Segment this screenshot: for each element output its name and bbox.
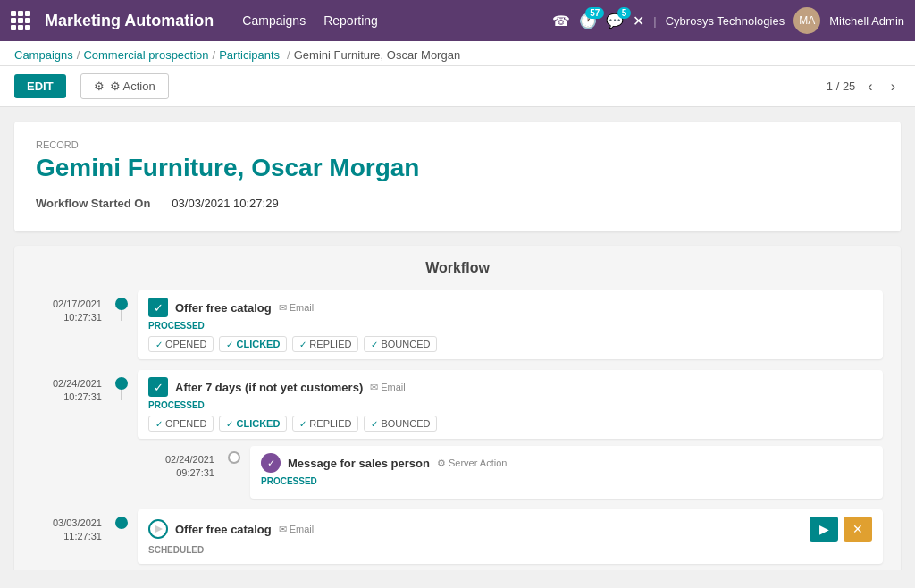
wf-dot-2 [115, 377, 128, 390]
wf-status-2: PROCESSED [148, 400, 872, 410]
wf-subdate-2: 02/24/2021 09:27:31 [145, 446, 225, 481]
record-meta: Workflow Started On 03/03/2021 10:27:29 [36, 197, 879, 210]
workflow-item-1: 02/17/2021 10:27:31 ✓ Offer free catalog… [32, 290, 883, 359]
wf-status-3: SCHEDULED [148, 545, 872, 555]
wf-timeline-1 [113, 290, 130, 310]
wf-card-actions-3: ▶ ✕ [810, 517, 872, 542]
wf-line-2 [121, 388, 122, 400]
wf-subcard-2: ✓ Message for sales person ⚙ Server Acti… [250, 446, 883, 499]
record-card: Record Gemini Furniture, Oscar Morgan Wo… [14, 122, 901, 231]
wf-card-header-3: Offer free catalog ✉ Email ▶ ✕ [148, 517, 872, 542]
wf-stats-2: ✓ OPENED ✓ CLICKED ✓ REPLIED ✓ [148, 416, 872, 432]
wf-checkbox-3 [148, 519, 168, 539]
wf-card-1: ✓ Offer free catalog ✉ Email PROCESSED ✓… [138, 290, 883, 359]
action-gear-icon: ⚙ [94, 80, 105, 93]
wf-date-2: 02/24/2021 10:27:31 [32, 370, 113, 405]
pager-count: 1 / 25 [827, 80, 856, 93]
wf-stat-replied-2: ✓ REPLIED [292, 416, 358, 432]
top-navigation: Marketing Automation Campaigns Reporting… [0, 0, 915, 41]
avatar[interactable]: MA [793, 7, 820, 34]
activity-badge: 57 [585, 7, 604, 19]
messages-badge: 5 [617, 7, 632, 19]
wf-dot-3 [115, 517, 128, 529]
wf-stats-1: ✓ OPENED ✓ CLICKED ✓ REPLIED ✓ BOUNCED [148, 336, 872, 352]
wf-sub-timeline-2 [225, 446, 243, 464]
record-label: Record [36, 139, 879, 150]
toolbar: EDIT ⚙ ⚙ Action 1 / 25 ‹ › [0, 66, 915, 107]
breadcrumb-bar: Campaigns / Commercial prospection / Par… [0, 41, 915, 66]
menu-reporting[interactable]: Reporting [323, 13, 378, 28]
app-name: Marketing Automation [45, 12, 214, 30]
wf-stat-bounced-1: ✓ BOUNCED [364, 336, 437, 352]
pager-prev-button[interactable]: ‹ [862, 77, 877, 97]
workflow-item-2: 02/24/2021 10:27:31 ✓ After 7 days (if n… [32, 370, 883, 499]
wf-subrow-2: 02/24/2021 09:27:31 ✓ Message for sales … [145, 446, 883, 499]
main-content: Record Gemini Furniture, Oscar Morgan Wo… [0, 107, 915, 570]
wf-stat-replied-1: ✓ REPLIED [292, 336, 358, 352]
wf-line-1 [121, 308, 122, 321]
wf-substatus-2: PROCESSED [261, 476, 872, 486]
wf-card-header-1: ✓ Offer free catalog ✉ Email [148, 298, 872, 317]
workflow-item-3: 03/03/2021 11:27:31 Offer free catalog ✉… [32, 509, 883, 564]
wf-dot-1 [115, 298, 128, 310]
edit-button[interactable]: EDIT [14, 74, 66, 98]
wf-card-name-1: Offer free catalog [175, 301, 272, 315]
breadcrumb-sep-3: / [287, 48, 290, 62]
wf-card-name-2: After 7 days (if not yet customers) [175, 381, 363, 394]
cancel-button-3[interactable]: ✕ [844, 517, 872, 542]
close-icon[interactable]: ✕ [633, 13, 644, 29]
divider: | [653, 14, 656, 28]
wf-stat-clicked-2: ✓ CLICKED [219, 416, 287, 432]
breadcrumb-commercial[interactable]: Commercial prospection [83, 48, 208, 62]
wf-card-3: Offer free catalog ✉ Email ▶ ✕ SCHEDULED [138, 509, 883, 564]
wf-checkbox-1: ✓ [148, 298, 168, 317]
action-label: ⚙ Action [110, 80, 155, 93]
wf-stat-opened-2: ✓ OPENED [148, 416, 214, 432]
wf-card-2: ✓ After 7 days (if not yet customers) ✉ … [138, 370, 883, 439]
breadcrumb-current: Gemini Furniture, Oscar Morgan [294, 48, 460, 62]
workflow-started-label: Workflow Started On [36, 197, 150, 210]
wf-card-header-2: ✓ After 7 days (if not yet customers) ✉ … [148, 377, 872, 397]
company-name[interactable]: Cybrosys Technologies [666, 14, 785, 28]
top-menu: Campaigns Reporting [242, 13, 538, 28]
phone-icon[interactable]: ☎ [552, 13, 570, 29]
wf-card-type-3: ✉ Email [279, 524, 315, 535]
wf-subcheckbox-2: ✓ [261, 453, 281, 473]
wf-timeline-2 [113, 370, 130, 390]
wf-card-type-2: ✉ Email [370, 382, 406, 393]
pager: 1 / 25 ‹ › [827, 77, 901, 97]
play-button-3[interactable]: ▶ [810, 517, 838, 542]
topbar-actions: ☎ 🕐 57 💬 5 ✕ | Cybrosys Technologies MA … [552, 7, 904, 34]
breadcrumb-participants[interactable]: Participants [219, 48, 280, 62]
wf-stat-bounced-2: ✓ BOUNCED [364, 416, 437, 432]
breadcrumb-sep-1: / [77, 48, 80, 62]
breadcrumb: Campaigns / Commercial prospection / Par… [14, 48, 901, 62]
wf-subcard-type-2: ⚙ Server Action [437, 458, 507, 469]
breadcrumb-campaigns[interactable]: Campaigns [14, 48, 73, 62]
wf-date-3: 03/03/2021 11:27:31 [32, 509, 113, 544]
record-title: Gemini Furniture, Oscar Morgan [36, 154, 879, 182]
wf-stat-opened-1: ✓ OPENED [148, 336, 214, 352]
wf-card-type-1: ✉ Email [279, 302, 315, 314]
wf-subcard-header-2: ✓ Message for sales person ⚙ Server Acti… [261, 453, 872, 473]
action-button[interactable]: ⚙ ⚙ Action [80, 73, 169, 99]
wf-stat-clicked-1: ✓ CLICKED [219, 336, 287, 352]
pager-next-button[interactable]: › [886, 77, 901, 97]
wf-timeline-3 [113, 509, 130, 529]
menu-campaigns[interactable]: Campaigns [242, 13, 306, 28]
messages-icon[interactable]: 💬 5 [606, 13, 624, 29]
workflow-section: Workflow 02/17/2021 10:27:31 ✓ Offer fre… [14, 246, 901, 570]
app-menu-icon[interactable] [11, 11, 30, 30]
activity-icon[interactable]: 🕐 57 [579, 13, 597, 29]
wf-status-1: PROCESSED [148, 321, 872, 331]
wf-date-1: 02/17/2021 10:27:31 [32, 290, 113, 325]
wf-checkbox-2: ✓ [148, 377, 168, 397]
workflow-title: Workflow [32, 260, 883, 276]
wf-subdot-2 [228, 451, 240, 464]
breadcrumb-sep-2: / [213, 48, 216, 62]
wf-card-name-3: Offer free catalog [175, 523, 272, 536]
workflow-started-value: 03/03/2021 10:27:29 [172, 197, 278, 210]
username[interactable]: Mitchell Admin [829, 14, 904, 28]
wf-subcard-name-2: Message for sales person [288, 457, 430, 470]
